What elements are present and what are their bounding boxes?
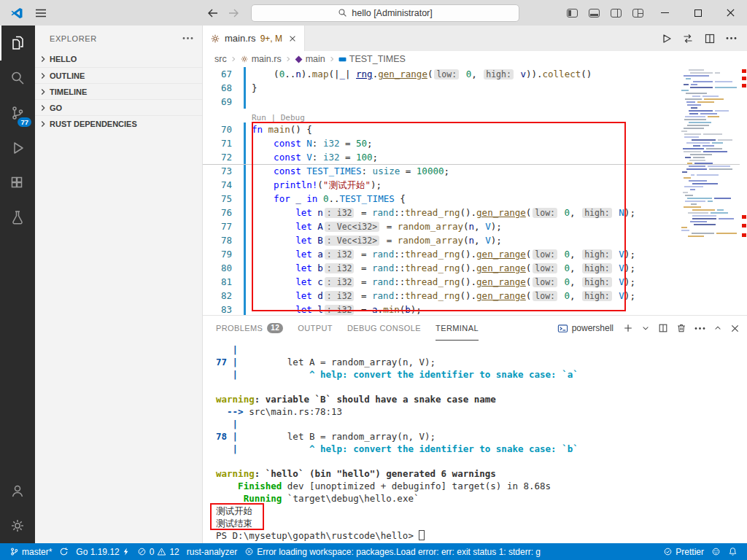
menu-icon[interactable]	[35, 8, 47, 18]
terminal-line	[216, 381, 747, 393]
maximize-panel-button[interactable]	[713, 324, 722, 332]
code-token	[252, 262, 295, 273]
sync-status[interactable]	[55, 543, 72, 560]
minimap[interactable]	[681, 69, 737, 238]
open-changes-button[interactable]	[682, 33, 694, 44]
activity-explorer[interactable]	[0, 26, 35, 61]
back-button[interactable]	[207, 8, 219, 18]
breadcrumb-item-main-rs[interactable]: main.rs	[240, 54, 282, 64]
toggle-secondary-sidebar-button[interactable]	[605, 0, 627, 26]
code-text: }	[246, 81, 258, 95]
feedback-button[interactable]	[708, 547, 724, 556]
panel-tab-label: TERMINAL	[436, 324, 479, 332]
error-count: 0	[150, 547, 155, 557]
breadcrumb-item-src[interactable]: src	[214, 54, 227, 64]
kill-terminal-button[interactable]	[676, 323, 686, 333]
terminal[interactable]: |77 | let A = random_array(n, V); | ^ he…	[203, 341, 747, 543]
close-icon	[726, 8, 735, 18]
close-tab-icon[interactable]	[288, 34, 297, 43]
feedback-icon	[711, 547, 721, 556]
panel-tab-problems[interactable]: PROBLEMS12	[216, 316, 283, 341]
code-token	[559, 249, 565, 260]
rust-analyzer-status[interactable]: rust-analyzer	[183, 543, 241, 560]
code-token: l	[317, 304, 323, 315]
sidebar-section-timeline[interactable]: TIMELINE	[35, 83, 202, 99]
code-text: const V: i32 = 100;	[246, 150, 378, 164]
code-token: TEST_TIMES	[306, 166, 361, 176]
minimap-line	[684, 151, 737, 152]
close-panel-button[interactable]	[730, 324, 740, 333]
workspace-error-status[interactable]: Error loading workspace: packages.Load e…	[241, 543, 544, 560]
code-token: );	[624, 290, 635, 301]
maximize-button[interactable]	[681, 0, 714, 26]
command-center-search[interactable]: hello [Administrator]	[251, 4, 519, 22]
terminal-profile[interactable]: powershell	[557, 323, 614, 334]
split-terminal-button[interactable]	[658, 323, 668, 333]
minimize-button[interactable]	[649, 0, 681, 26]
code-token: |	[266, 113, 281, 122]
go-version-status[interactable]: Go 1.19.12	[72, 543, 133, 560]
split-terminal-icon	[658, 323, 668, 333]
prettier-status[interactable]: Prettier	[659, 547, 708, 557]
customize-layout-button[interactable]	[627, 0, 649, 26]
minimize-icon	[661, 12, 669, 14]
split-editor-icon	[704, 33, 716, 44]
terminal-line: warning: variable `B` should have a snak…	[216, 393, 747, 405]
more-actions-icon[interactable]	[182, 36, 193, 40]
code-token: );	[624, 249, 635, 260]
code-token: usize	[373, 166, 400, 176]
code-token: for	[274, 193, 290, 204]
codelens-action[interactable]: Run	[252, 113, 266, 122]
forward-button[interactable]	[228, 8, 239, 18]
toggle-panel-button[interactable]	[583, 0, 605, 26]
code-token: thread_rng	[405, 207, 460, 218]
panel-tab-output[interactable]: OUTPUT	[298, 316, 333, 341]
line-number: 83	[203, 303, 232, 315]
inlay-hint: high:	[582, 291, 612, 301]
code-token: =	[355, 262, 372, 273]
panel-more-button[interactable]	[694, 327, 705, 330]
tab-main-rs[interactable]: main.rs 9+, M	[203, 26, 305, 51]
sidebar-section-go[interactable]: GO	[35, 99, 202, 115]
breadcrumb-item-test-times[interactable]: TEST_TIMES	[338, 54, 406, 64]
code-token: V	[619, 276, 624, 287]
code-line: 76 let n: i32 = rand::thread_rng().gen_r…	[203, 206, 747, 219]
search-icon	[338, 8, 347, 18]
code-editor[interactable]: 67 (0..n).map(|_| rng.gen_range(low: 0, …	[203, 67, 747, 315]
inlay-hint: high:	[582, 277, 612, 287]
branch-status[interactable]: master*	[6, 543, 55, 560]
code-token	[559, 262, 565, 273]
panel-tab-debug-console[interactable]: DEBUG CONSOLE	[347, 316, 421, 341]
sidebar-section-outline[interactable]: OUTLINE	[35, 67, 202, 83]
panel-actions: powershell	[557, 323, 740, 334]
breadcrumb-item-main[interactable]: main	[295, 54, 325, 64]
new-terminal-button[interactable]	[623, 323, 633, 333]
run-button[interactable]	[660, 33, 672, 44]
terminal-dropdown-button[interactable]	[641, 324, 650, 332]
codelens-action[interactable]: Debug	[281, 113, 305, 122]
toggle-sidebar-button[interactable]	[561, 0, 583, 26]
check-circle-icon	[663, 547, 673, 556]
activity-source-control[interactable]: 77	[0, 96, 35, 131]
code-token: ().	[460, 262, 477, 273]
panel-tab-terminal[interactable]: TERMINAL	[436, 316, 479, 341]
code-token: main	[268, 124, 290, 135]
activity-run-debug[interactable]	[0, 131, 35, 166]
overview-ruler	[740, 67, 747, 315]
code-token: a	[317, 249, 323, 260]
activity-extensions[interactable]	[0, 166, 35, 201]
notifications-bell[interactable]	[724, 547, 741, 556]
activity-testing[interactable]	[0, 201, 35, 236]
split-editor-button[interactable]	[704, 33, 716, 44]
activity-search[interactable]	[0, 61, 35, 96]
sidebar-section-rust-dependencies[interactable]: RUST DEPENDENCIES	[35, 115, 202, 131]
activity-settings[interactable]	[0, 508, 35, 543]
code-line: 82 let d: i32 = rand::thread_rng().gen_r…	[203, 289, 747, 303]
close-window-button[interactable]	[714, 0, 747, 26]
sidebar-section-hello[interactable]: HELLO	[35, 51, 202, 67]
problems-status[interactable]: 0 12	[133, 543, 183, 560]
activity-account[interactable]	[0, 473, 35, 508]
terminal-token: |	[216, 443, 244, 454]
more-actions-button[interactable]	[726, 36, 737, 40]
code-token: );	[624, 276, 635, 287]
